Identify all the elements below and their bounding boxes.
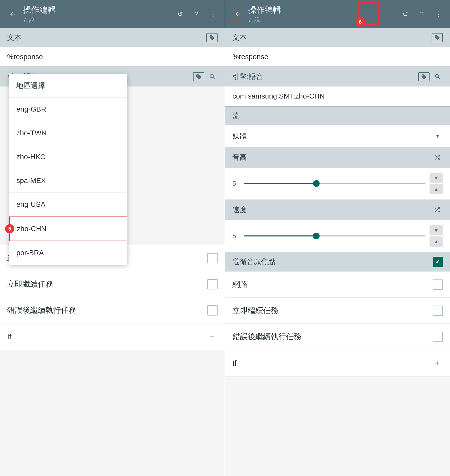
right-pitch-decrement[interactable]: ▼ [430, 173, 443, 183]
right-trigger-icons [418, 72, 443, 82]
right-speed-slider-fill [244, 235, 316, 236]
right-pitch-label: 音高 [232, 153, 247, 162]
right-header-title: 操作編輯 [248, 4, 396, 16]
right-if-plus-icon[interactable]: + [432, 358, 443, 369]
right-if-label: If [232, 359, 237, 367]
right-pitch-slider-thumb[interactable] [313, 180, 320, 187]
dropdown-item-zho-hkg[interactable]: zho-HKG [9, 145, 127, 169]
right-flow-label-row: 流 [225, 106, 450, 125]
dropdown-item-spa-mex[interactable]: spa-MEX [9, 169, 127, 193]
right-if-row: If + [225, 350, 450, 377]
left-content: 文本 %response 引擎:語音 地區選擇 eng-GBR z [0, 28, 225, 476]
right-text-value-row: %response [225, 47, 450, 67]
left-continue-error-checkbox[interactable] [207, 305, 218, 316]
left-header-title-block: 操作編輯 7. 說 [23, 4, 171, 24]
right-network-row: 網路 [225, 272, 450, 298]
left-if-plus-icon[interactable]: + [206, 331, 218, 342]
right-trigger-label-row: 引擎:語音 [225, 67, 450, 86]
right-pitch-shuffle-icon[interactable] [432, 152, 443, 163]
right-more-icon[interactable]: ⋮ [433, 8, 444, 20]
left-immediate-row: 立即繼續任務 [0, 271, 225, 297]
left-if-row: If + [0, 323, 225, 350]
dropdown-item-eng-usa[interactable]: eng-USA [9, 193, 127, 217]
right-immediate-checkbox[interactable] [433, 306, 443, 316]
dropdown-item-por-bra[interactable]: por-BRA [9, 241, 127, 265]
right-undo-icon[interactable]: ↺ [400, 8, 411, 20]
left-help-icon[interactable]: ? [191, 8, 202, 20]
right-trigger-value-row: com.samsung.SMT:zho-CHN [225, 86, 450, 106]
left-text-tag-icon[interactable] [206, 33, 218, 42]
left-undo-icon[interactable]: ↺ [175, 8, 186, 20]
right-speed-slider-thumb[interactable] [313, 233, 320, 239]
right-pitch-slider-fill [244, 183, 316, 184]
right-header-subtitle: 7. 說 [248, 16, 396, 24]
right-panel: 操作編輯 7. 說 ↺ ? ⋮ 6 文本 %response 引擎:語音 [225, 0, 450, 476]
right-back-button[interactable] [231, 8, 244, 20]
left-immediate-label: 立即繼續任務 [7, 279, 53, 289]
right-pitch-increment[interactable]: ▲ [430, 184, 443, 194]
right-trigger-value: com.samsung.SMT:zho-CHN [232, 92, 325, 100]
left-continue-error-label: 錯誤後繼續執行任務 [7, 305, 76, 316]
dropdown-item-zho-twn[interactable]: zho-TWN [9, 121, 127, 145]
right-flow-label: 流 [232, 111, 240, 121]
left-if-label: If [7, 332, 12, 341]
right-speed-shuffle-icon[interactable] [432, 204, 443, 215]
right-trigger-tag-icon[interactable] [418, 72, 430, 81]
left-trigger-icons [193, 72, 218, 82]
left-dropdown: 地區選擇 eng-GBR zho-TWN zho-HKG spa-MEX eng… [9, 74, 127, 265]
left-header-title: 操作編輯 [23, 4, 171, 16]
left-dropdown-header: 地區選擇 [9, 74, 127, 98]
right-speed-label: 速度 [232, 205, 247, 215]
left-header-icons: ↺ ? ⋮ [175, 8, 219, 20]
right-trigger-search-icon[interactable] [433, 72, 443, 82]
right-continue-error-checkbox[interactable] [433, 332, 443, 342]
right-pitch-label-row: 音高 [225, 147, 450, 168]
left-back-button[interactable] [6, 8, 19, 20]
left-header: 操作編輯 7. 說 ↺ ? ⋮ [0, 0, 225, 28]
right-follow-audio-row: 遵循音頻焦點 [225, 252, 450, 272]
right-text-value: %response [232, 53, 268, 61]
right-network-label: 網路 [232, 279, 248, 290]
right-flow-dropdown-icon[interactable]: ▼ [433, 131, 443, 141]
right-speed-increment[interactable]: ▲ [430, 236, 443, 247]
right-speed-value: 5 [232, 232, 240, 240]
left-network-checkbox[interactable] [207, 253, 218, 263]
right-pitch-steppers: ▼ ▲ [430, 173, 443, 194]
left-trigger-search-icon[interactable] [207, 72, 218, 82]
right-text-label-row: 文本 [225, 28, 450, 47]
right-network-checkbox[interactable] [433, 279, 443, 290]
right-speed-label-row: 速度 [225, 200, 450, 220]
right-flow-value-row: 媒體 ▼ [225, 125, 450, 147]
right-immediate-label: 立即繼續任務 [232, 305, 278, 316]
right-speed-slider-track[interactable] [244, 235, 425, 236]
left-text-value: %response [7, 53, 43, 61]
badge-5: 5 [5, 224, 14, 233]
right-text-tag-icon[interactable] [432, 33, 443, 42]
left-text-label: 文本 [7, 33, 21, 42]
left-immediate-checkbox[interactable] [207, 279, 218, 289]
badge-6: 6 [356, 17, 365, 27]
left-text-label-row: 文本 [0, 28, 225, 47]
right-content: 文本 %response 引擎:語音 com.samsung.SMT:zho-C… [225, 28, 450, 476]
right-continue-error-row: 錯誤後繼續執行任務 [225, 324, 450, 350]
right-speed-slider-row: 5 ▼ ▲ [225, 220, 450, 252]
right-follow-audio-label: 遵循音頻焦點 [232, 257, 275, 267]
right-pitch-value: 5 [232, 180, 240, 188]
left-text-value-row: %response [0, 47, 225, 67]
left-trigger-tag-icon[interactable] [193, 72, 204, 81]
right-speed-steppers: ▼ ▲ [430, 225, 443, 247]
left-continue-error-row: 錯誤後繼續執行任務 [0, 297, 225, 323]
dropdown-item-zho-chn[interactable]: 5 zho-CHN [9, 217, 127, 241]
dropdown-item-eng-gbr[interactable]: eng-GBR [9, 98, 127, 121]
right-help-icon[interactable]: ? [416, 8, 428, 20]
left-header-subtitle: 7. 說 [23, 16, 171, 24]
right-speed-decrement[interactable]: ▼ [430, 225, 443, 235]
right-follow-audio-checkbox[interactable] [433, 257, 443, 267]
left-more-icon[interactable]: ⋮ [207, 8, 219, 20]
right-trigger-label: 引擎:語音 [232, 72, 263, 82]
right-flow-value: 媒體 [232, 131, 247, 141]
right-immediate-row: 立即繼續任務 [225, 298, 450, 324]
right-pitch-slider-track[interactable] [244, 183, 425, 184]
right-header-title-block: 操作編輯 7. 說 [248, 4, 396, 24]
right-header: 操作編輯 7. 說 ↺ ? ⋮ [225, 0, 450, 28]
